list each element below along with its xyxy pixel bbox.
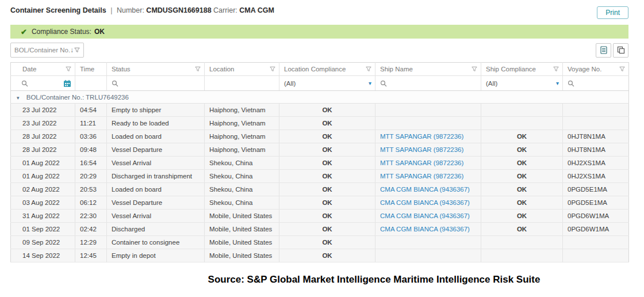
cell-ship-name: MTT SAPANGAR (9872236)	[375, 143, 481, 157]
cell-time: 20:53	[75, 183, 107, 196]
filter-funnel-icon[interactable]	[270, 66, 275, 72]
title-separator: |	[110, 6, 112, 14]
table-toolbar: BOL/Container No. ↓	[10, 43, 628, 58]
print-button[interactable]: Print	[597, 6, 628, 19]
column-label: Time	[80, 66, 94, 73]
table-row[interactable]: 02 Aug 202220:53Loaded on boardShekou, C…	[11, 183, 629, 196]
cell-location: Shekou, China	[205, 183, 279, 196]
ship-compliance-filter-dropdown[interactable]: (All)▾	[481, 76, 563, 91]
voyage-filter-input[interactable]	[563, 76, 629, 91]
cell-ship-compliance: OK	[481, 157, 563, 170]
cell-location-compliance: OK	[279, 236, 375, 249]
cell-location: Shekou, China	[205, 196, 279, 210]
column-label: Voyage No.	[568, 66, 601, 73]
table-row[interactable]: 28 Jul 202209:48Vessel DepartureHaiphong…	[11, 143, 629, 157]
group-by-selector[interactable]: BOL/Container No. ↓	[10, 43, 84, 58]
cell-status: Empty in depot	[107, 249, 205, 262]
cell-time: 22:30	[75, 210, 107, 223]
filter-funnel-icon[interactable]	[553, 66, 559, 72]
cell-ship-compliance: OK	[481, 223, 563, 236]
group-header-row[interactable]: ▾ BOL/Container No.: TRLU7649236	[11, 91, 629, 104]
column-header-date[interactable]: Date	[11, 63, 75, 76]
column-header-location-compliance[interactable]: Location Compliance	[279, 63, 375, 76]
table-row[interactable]: 01 Sep 202202:42DischargedMobile, United…	[11, 223, 629, 236]
calendar-icon[interactable]	[63, 79, 71, 87]
cell-location: Shekou, China	[205, 157, 279, 170]
cell-location: Haiphong, Vietnam	[205, 117, 279, 130]
cell-location-compliance: OK	[279, 117, 375, 130]
cell-ship-compliance	[481, 249, 563, 262]
search-icon	[568, 80, 574, 87]
copy-table-button[interactable]	[613, 43, 628, 58]
cell-ship-name	[375, 236, 481, 249]
column-label: Location Compliance	[284, 66, 346, 73]
column-header-ship-name[interactable]: Ship Name	[375, 63, 481, 76]
location-compliance-filter-dropdown[interactable]: (All)▾	[279, 76, 375, 91]
table-row[interactable]: 03 Aug 202206:12Vessel DepartureShekou, …	[11, 196, 629, 210]
column-header-ship-compliance[interactable]: Ship Compliance	[481, 63, 563, 76]
table-row[interactable]: 23 Jul 202211:21Ready to be loadedHaipho…	[11, 117, 629, 130]
column-header-status[interactable]: Status	[107, 63, 205, 76]
export-spreadsheet-icon	[600, 46, 608, 54]
ship-name-link[interactable]: CMA CGM BIANCA (9436367)	[380, 199, 470, 206]
cell-location: Mobile, United States	[205, 249, 279, 262]
column-header-time[interactable]: Time	[75, 63, 107, 76]
search-icon	[380, 80, 387, 87]
ship-name-link[interactable]: MTT SAPANGAR (9872236)	[380, 133, 463, 140]
collapse-arrow-icon[interactable]: ▾	[17, 95, 20, 101]
chevron-down-icon: ▾	[369, 80, 371, 86]
cell-location: Shekou, China	[205, 170, 279, 183]
dropdown-value: (All)	[284, 80, 296, 87]
cell-ship-name: MTT SAPANGAR (9872236)	[375, 157, 481, 170]
cell-status: Ready to be loaded	[107, 117, 205, 130]
cell-ship-compliance: OK	[481, 183, 563, 196]
dropdown-value: (All)	[486, 80, 497, 87]
filter-funnel-icon[interactable]	[366, 66, 371, 72]
location-filter-input[interactable]	[205, 76, 279, 91]
export-spreadsheet-button[interactable]	[596, 43, 611, 58]
ship-name-link[interactable]: MTT SAPANGAR (9872236)	[380, 173, 463, 180]
ship-name-link[interactable]: CMA CGM BIANCA (9436367)	[380, 226, 470, 233]
table-row[interactable]: 14 Sep 202212:45Empty in depotMobile, Un…	[11, 249, 629, 262]
ship-name-link[interactable]: MTT SAPANGAR (9872236)	[380, 159, 463, 166]
filter-funnel-icon[interactable]	[619, 66, 625, 72]
cell-ship-compliance: OK	[481, 143, 563, 157]
table-row[interactable]: 28 Jul 202203:36Loaded on boardHaiphong,…	[11, 130, 629, 143]
filter-funnel-icon[interactable]	[195, 66, 201, 72]
cell-time: 16:54	[75, 157, 107, 170]
copy-icon	[617, 46, 625, 54]
status-filter-input[interactable]	[107, 76, 205, 91]
time-filter-input[interactable]	[75, 76, 107, 91]
source-caption: Source: S&P Global Market Intelligence M…	[10, 274, 628, 285]
cell-location: Haiphong, Vietnam	[205, 143, 279, 157]
cell-time: 06:12	[75, 196, 107, 210]
column-header-voyage-no[interactable]: Voyage No.	[563, 63, 629, 76]
ship-name-link[interactable]: CMA CGM BIANCA (9436367)	[380, 212, 470, 219]
column-header-location[interactable]: Location	[205, 63, 279, 76]
group-by-label: BOL/Container No.	[14, 47, 70, 54]
filter-funnel-icon[interactable]	[471, 66, 477, 72]
column-label: Status	[112, 66, 131, 73]
cell-location: Haiphong, Vietnam	[205, 130, 279, 143]
table-row[interactable]: 01 Aug 202216:54Vessel ArrivalShekou, Ch…	[11, 157, 629, 170]
table-row[interactable]: 01 Aug 202220:29Discharged in transhipme…	[11, 170, 629, 183]
ship-name-filter-input[interactable]	[375, 76, 481, 91]
cell-date: 01 Sep 2022	[11, 223, 75, 236]
cell-status: Vessel Arrival	[107, 210, 205, 223]
filter-funnel-icon[interactable]	[66, 66, 71, 72]
page-title-text: Container Screening Details	[10, 6, 106, 14]
table-row[interactable]: 31 Aug 202222:30Vessel ArrivalMobile, Un…	[11, 210, 629, 223]
cell-ship-name: CMA CGM BIANCA (9436367)	[375, 223, 481, 236]
column-label: Location	[209, 66, 234, 73]
cell-voyage-no: 0PGD6W1MA	[563, 223, 629, 236]
table-row[interactable]: 09 Sep 202212:29Container to consigneeMo…	[11, 236, 629, 249]
checkmark-icon: ✔	[21, 28, 27, 36]
cell-location-compliance: OK	[279, 210, 375, 223]
cell-location: Haiphong, Vietnam	[205, 104, 279, 117]
toolbar-right-actions	[596, 43, 628, 58]
ship-name-link[interactable]: MTT SAPANGAR (9872236)	[380, 146, 463, 153]
table-row[interactable]: 23 Jul 202204:54Empty to shipperHaiphong…	[11, 104, 629, 117]
filter-row: (All)▾ (All)▾	[11, 76, 629, 91]
ship-name-link[interactable]: CMA CGM BIANCA (9436367)	[380, 186, 470, 193]
date-filter-input[interactable]	[11, 76, 75, 91]
